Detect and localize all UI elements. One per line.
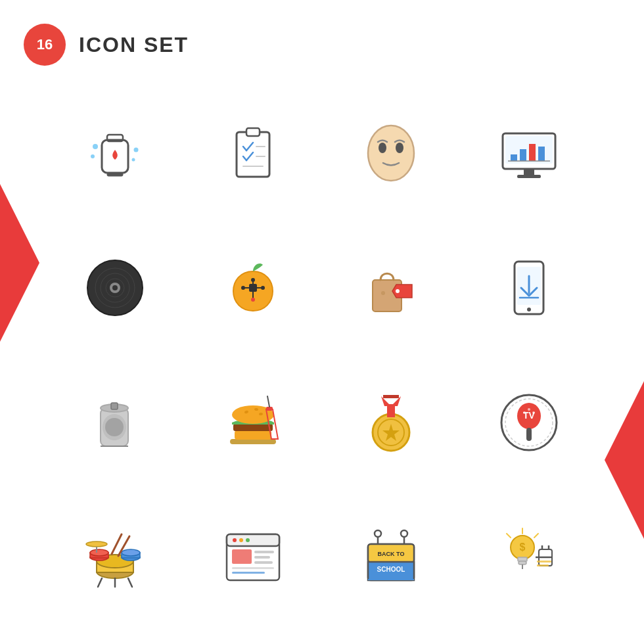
icon-cell-mask (329, 92, 453, 214)
icon-cell-checklist (191, 92, 315, 214)
svg-rect-126 (537, 564, 549, 566)
svg-point-37 (241, 286, 245, 290)
svg-rect-66 (383, 395, 399, 398)
svg-point-16 (368, 126, 414, 181)
svg-point-5 (132, 158, 135, 161)
svg-point-113 (401, 530, 407, 537)
icon-cell-phone-download (467, 227, 591, 348)
svg-rect-36 (249, 284, 257, 292)
icon-cell-lantern (53, 92, 177, 214)
icon-cell-tv-microphone: TV (467, 361, 591, 483)
svg-rect-125 (537, 561, 551, 563)
svg-point-40 (251, 298, 255, 302)
svg-rect-104 (232, 567, 274, 569)
svg-point-33 (112, 285, 118, 290)
decorative-left (0, 184, 39, 342)
svg-rect-102 (254, 556, 270, 559)
svg-point-77 (528, 408, 530, 411)
svg-text:SCHOOL: SCHOOL (377, 566, 405, 573)
svg-rect-21 (524, 169, 534, 175)
icon-cell-webpage (191, 496, 315, 618)
icon-cell-drums (53, 496, 177, 618)
icon-cell-monitor-chart (467, 92, 591, 214)
svg-rect-25 (529, 144, 536, 161)
icon-medal (345, 377, 437, 469)
svg-rect-55 (230, 439, 276, 444)
svg-rect-75 (526, 428, 532, 441)
svg-point-43 (381, 291, 385, 295)
icon-drums (69, 511, 161, 603)
icons-grid: TV (53, 92, 591, 618)
svg-rect-105 (232, 572, 265, 574)
svg-line-92 (98, 578, 102, 587)
icon-cell-apple-circuit (191, 227, 315, 348)
icon-phone-download (483, 242, 575, 334)
svg-rect-101 (254, 551, 274, 553)
svg-rect-109 (368, 579, 414, 580)
svg-rect-23 (511, 154, 517, 161)
icon-cell-shopping-bag-tag (329, 227, 453, 348)
svg-point-112 (375, 530, 381, 537)
icon-webpage (207, 511, 299, 603)
svg-line-129 (534, 534, 538, 538)
icon-apple-circuit (207, 242, 299, 334)
svg-point-38 (261, 286, 265, 290)
svg-point-51 (105, 418, 124, 436)
svg-point-39 (251, 278, 255, 282)
svg-point-84 (90, 549, 108, 556)
svg-point-97 (233, 538, 237, 542)
svg-point-3 (91, 154, 95, 158)
icon-cell-vinyl (53, 227, 177, 348)
svg-text:$: $ (520, 541, 526, 553)
svg-rect-70 (387, 404, 395, 417)
svg-rect-56 (235, 430, 271, 440)
svg-point-17 (379, 143, 386, 153)
icon-count-badge: 16 (24, 24, 66, 66)
svg-point-18 (396, 143, 403, 153)
icon-vinyl (69, 242, 161, 334)
svg-point-98 (239, 538, 243, 542)
icon-mask (345, 107, 437, 199)
icon-cell-medal (329, 361, 453, 483)
icon-monitor-chart (483, 107, 575, 199)
svg-point-4 (134, 147, 139, 152)
icon-checklist (207, 107, 299, 199)
icon-lantern (69, 107, 161, 199)
svg-rect-26 (538, 147, 545, 161)
svg-rect-117 (518, 557, 527, 561)
svg-point-2 (93, 144, 98, 149)
decorative-right (605, 381, 644, 539)
svg-rect-100 (232, 549, 252, 564)
svg-point-88 (86, 541, 107, 547)
icon-back-to-school: BACK TO SCHOOL (345, 511, 437, 603)
svg-line-93 (128, 578, 132, 587)
svg-point-87 (122, 549, 140, 556)
icon-tv-microphone: TV (483, 377, 575, 469)
svg-rect-118 (518, 561, 526, 564)
icon-cell-back-to-school: BACK TO SCHOOL (329, 496, 453, 618)
svg-rect-6 (107, 173, 123, 176)
svg-rect-103 (254, 561, 273, 564)
svg-point-42 (396, 289, 400, 293)
svg-rect-8 (246, 128, 260, 136)
svg-line-63 (267, 396, 269, 407)
svg-rect-22 (517, 175, 541, 178)
svg-point-46 (527, 308, 531, 311)
icon-cell-burger (191, 361, 315, 483)
svg-point-99 (246, 538, 250, 542)
svg-rect-24 (520, 149, 526, 161)
svg-point-76 (523, 411, 526, 414)
icon-cell-soda-can (53, 361, 177, 483)
icon-cell-money-idea: $ (467, 496, 591, 618)
icon-soda-can (69, 377, 161, 469)
icon-burger (207, 377, 299, 469)
page-title: ICON SET (79, 33, 189, 57)
icon-money-idea: $ (483, 511, 575, 603)
svg-rect-57 (233, 424, 273, 431)
svg-point-78 (532, 411, 535, 414)
icon-shopping-bag-tag (345, 242, 437, 334)
svg-rect-53 (111, 403, 118, 409)
badge-number: 16 (37, 36, 53, 53)
svg-rect-7 (237, 132, 269, 177)
svg-text:BACK TO: BACK TO (378, 551, 405, 557)
